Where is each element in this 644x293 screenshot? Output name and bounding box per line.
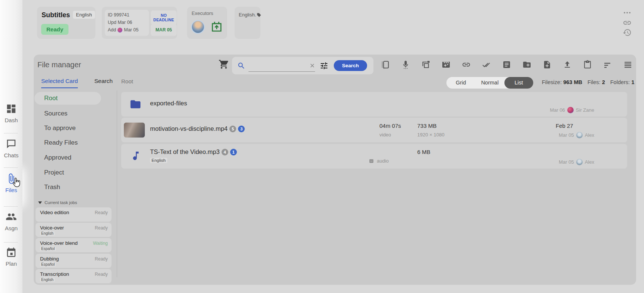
owner-avatar [576,132,583,138]
sidebar-item-label: Plan [6,260,17,267]
versions-icon[interactable] [421,60,430,69]
sidebar-item-dash[interactable]: Dash [0,103,22,123]
file-name: TS-Text of the Video.mp3 4 1 [150,148,237,155]
task-card-meta: ID 999741 Upd Mar 06 Add Mar 05 NO DEADL… [102,7,177,39]
task-title: Subtitles [42,11,70,19]
job-card-transcription[interactable]: Transcription Ready English [36,269,112,283]
sidebar-item-chats[interactable]: Chats [0,138,22,158]
clipboard-icon[interactable] [583,60,592,69]
file-kind-wrap: audio [368,158,389,164]
file-owner-meta: Mar 06 Sir Zane [550,107,594,113]
cart-icon[interactable] [219,59,229,70]
search-input[interactable] [248,62,309,69]
app-screen: Dash Chats Files Asgn Plan Subtitles Eng… [0,0,644,293]
task-status-chip[interactable]: Ready [41,24,68,35]
job-card-dubbing[interactable]: Dubbing Ready Español [36,254,112,268]
link-icon[interactable] [623,18,632,27]
dense-list-icon[interactable] [623,60,632,69]
calendar-add-icon[interactable] [210,20,223,33]
job-language: English [40,231,55,235]
left-navigation: Dash Chats Files Asgn Plan [0,0,22,293]
task-id: ID 999741 [108,11,146,19]
hand-cursor-icon [11,177,22,188]
view-list[interactable]: List [504,77,533,89]
job-language: Español [40,262,56,266]
template-pages-icon[interactable] [381,60,390,69]
task-added: Add Mar 05 [108,26,146,34]
sidebar-item-label: Asgn [5,225,18,231]
count-badge-blue: 3 [238,126,245,132]
language-tag: English. [239,12,261,18]
job-card-voice-over[interactable]: Voice-over Ready English [36,223,112,237]
job-card-video-edition[interactable]: Video edition Ready [36,207,112,222]
sidebar-item-plan[interactable]: Plan [0,247,22,267]
more-options-icon[interactable] [623,8,632,17]
search-icon [237,62,245,70]
language-tag-text: English. [239,12,256,18]
file-row-video[interactable]: motivation-vs-discipline.mp4 5 3 04m 07s… [121,118,627,142]
file-owner-meta: Mar 05 Alex [559,132,594,138]
file-row-audio[interactable]: TS-Text of the Video.mp3 4 1 English aud… [121,144,627,169]
panel-title: File manager [37,61,81,69]
file-row-folder[interactable]: exported-files Mar 06 Sir Zane [121,92,627,117]
filter-tune-icon[interactable] [320,61,329,70]
tag-icon [257,13,261,17]
history-icon[interactable] [623,28,632,37]
count-badge-gray: 4 [222,149,228,155]
owner-avatar [567,107,574,113]
view-grid[interactable]: Grid [446,77,475,89]
language-card[interactable]: English. [235,7,260,39]
job-card-voice-over-blend[interactable]: Voice-over blend Waiting Español [36,238,112,252]
job-title: Voice-over blend [40,240,78,246]
stat-folders: Folders: 1 [610,79,635,85]
modified-date: Mar 05 [559,132,574,138]
view-normal[interactable]: Normal [475,77,504,89]
sidebar-item-asgn[interactable]: Asgn [0,211,22,231]
executors-card: Executors [187,7,227,39]
tab-search[interactable]: Search [94,78,113,84]
video-thumbnail [124,123,145,138]
jobs-header-label: Current task jobs [45,200,77,205]
search-input-underline [248,59,315,72]
double-check-icon[interactable] [482,60,491,69]
folder-item-project[interactable]: Project [44,169,64,176]
file-language-chip: English [150,158,167,163]
job-language: English [40,278,55,282]
breadcrumb[interactable]: Root [121,78,133,84]
document-icon[interactable] [502,60,511,69]
add-file-icon[interactable] [543,60,552,69]
created-date: Feb 27 [556,123,573,129]
job-status: Ready [95,210,108,215]
folder-item-ready-files[interactable]: Ready Files [44,139,78,146]
clear-search-icon[interactable] [309,63,315,68]
job-status: Ready [95,256,108,262]
job-title: Dubbing [40,256,59,262]
no-deadline-chip[interactable]: NO DEADLINE [151,10,177,25]
job-status: Ready [95,225,108,231]
chat-icon [6,138,17,149]
sort-icon[interactable] [603,60,612,69]
captions-icon [368,158,375,164]
folder-item-sources[interactable]: Sources [44,110,67,117]
video-effects-icon[interactable] [442,60,451,69]
add-folder-icon[interactable] [522,60,531,69]
task-card-subtitles[interactable]: Subtitles English Ready [37,7,95,39]
search-button[interactable]: Search [334,60,367,71]
job-language: Español [40,247,56,251]
folder-item-trash[interactable]: Trash [44,183,60,191]
file-name: motivation-vs-discipline.mp4 5 3 [150,125,245,132]
link-file-icon[interactable] [462,60,471,69]
folder-item-root[interactable]: Root [44,95,58,102]
upload-icon[interactable] [563,60,572,69]
jobs-section-header[interactable]: Current task jobs [38,200,77,205]
microphone-icon[interactable] [401,60,410,69]
nav-divider [4,206,18,207]
executor-avatar[interactable] [191,20,205,34]
collapse-arrow-icon [38,201,42,204]
tab-selected-card[interactable]: Selected Card [41,78,78,88]
modified-date: Mar 06 [550,107,565,113]
folder-item-to-approve[interactable]: To approve [44,124,76,132]
deadline-date-chip[interactable]: MAR 05 [151,24,177,36]
folder-item-approved[interactable]: Approved [44,154,71,161]
owner-avatar [576,159,583,165]
